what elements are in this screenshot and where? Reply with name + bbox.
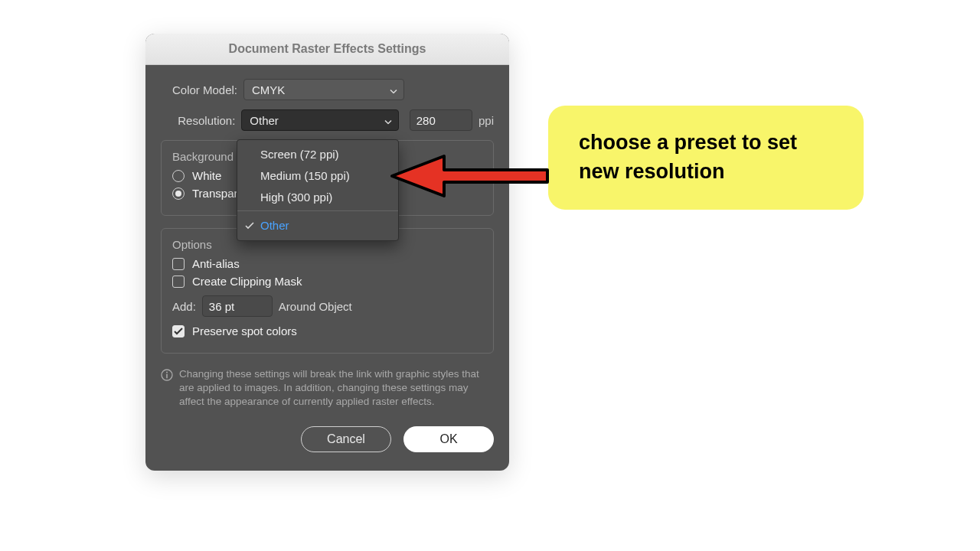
raster-effects-dialog: Document Raster Effects Settings Color M…: [145, 34, 509, 471]
cancel-button[interactable]: Cancel: [301, 426, 391, 452]
menu-item-label: High (300 ppi): [260, 191, 332, 204]
svg-rect-2: [166, 374, 168, 379]
chevron-down-icon: [384, 114, 392, 127]
ok-button[interactable]: OK: [403, 426, 494, 452]
menu-item-label: Screen (72 ppi): [260, 148, 339, 161]
ok-button-label: OK: [439, 432, 457, 446]
menu-item-label: Other: [260, 219, 289, 232]
resolution-value: Other: [250, 114, 279, 127]
anti-alias-checkbox[interactable]: Anti-alias: [172, 257, 482, 270]
color-model-select[interactable]: CMYK: [243, 79, 404, 100]
annotation-arrow: [383, 145, 551, 210]
svg-point-1: [166, 372, 168, 373]
resolution-dropdown-menu: Screen (72 ppi) Medium (150 ppi) High (3…: [237, 139, 399, 241]
checkbox-icon: [172, 258, 185, 270]
resolution-option-high[interactable]: High (300 ppi): [237, 186, 398, 207]
resolution-unit: ppi: [479, 114, 494, 127]
info-row: Changing these settings will break the l…: [161, 367, 494, 409]
chevron-down-icon: [390, 83, 397, 96]
callout-text: choose a preset to set new resolution: [579, 129, 833, 187]
clipping-mask-label: Create Clipping Mask: [192, 275, 302, 288]
menu-item-label: Medium (150 ppi): [260, 169, 350, 182]
dialog-title: Document Raster Effects Settings: [145, 34, 509, 65]
preserve-spot-label: Preserve spot colors: [192, 324, 297, 337]
resolution-option-medium[interactable]: Medium (150 ppi): [237, 165, 398, 186]
preserve-spot-checkbox[interactable]: Preserve spot colors: [172, 324, 482, 337]
anti-alias-label: Anti-alias: [192, 257, 240, 270]
clipping-mask-checkbox[interactable]: Create Clipping Mask: [172, 275, 482, 288]
check-icon: [245, 219, 254, 232]
resolution-custom-value: 280: [416, 114, 436, 127]
info-icon: [161, 369, 173, 409]
color-model-label: Color Model:: [161, 83, 243, 96]
cancel-button-label: Cancel: [327, 432, 365, 446]
annotation-callout: choose a preset to set new resolution: [548, 106, 864, 210]
dialog-body: Color Model: CMYK Resolution: Other 280 …: [145, 65, 509, 471]
resolution-row: Resolution: Other 280 ppi: [161, 109, 494, 131]
checkbox-icon: [172, 276, 185, 288]
checkbox-icon: [172, 325, 185, 337]
color-model-row: Color Model: CMYK: [161, 79, 494, 100]
radio-icon: [172, 170, 185, 182]
resolution-select[interactable]: Other: [241, 109, 398, 131]
resolution-custom-input[interactable]: 280: [410, 109, 472, 131]
radio-icon: [172, 187, 185, 200]
add-label-pre: Add:: [172, 300, 196, 313]
resolution-label: Resolution:: [161, 114, 241, 127]
add-label-post: Around Object: [279, 300, 352, 313]
info-text: Changing these settings will break the l…: [179, 367, 494, 409]
add-value-input[interactable]: 36 pt: [202, 295, 273, 317]
add-value: 36 pt: [209, 300, 234, 313]
options-panel: Options Anti-alias Create Clipping Mask …: [161, 228, 494, 354]
button-row: Cancel OK: [161, 426, 494, 452]
color-model-value: CMYK: [252, 83, 285, 96]
background-white-label: White: [192, 169, 221, 182]
add-around-object-row: Add: 36 pt Around Object: [172, 295, 482, 317]
resolution-option-other[interactable]: Other: [237, 210, 398, 237]
resolution-option-screen[interactable]: Screen (72 ppi): [237, 143, 398, 165]
